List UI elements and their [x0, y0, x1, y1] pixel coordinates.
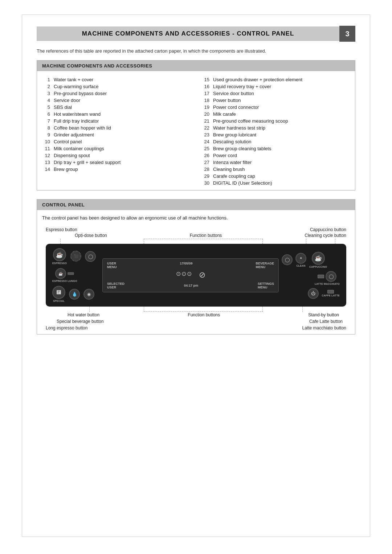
control-panel-diagram: Espresso button Cappuccino button Opti-d… [42, 227, 350, 331]
list-item: 25 Brew group cleaning tablets [201, 145, 350, 152]
cleaning-cycle-button-label: Cleaning cycle button [305, 233, 346, 238]
list-item: 8 Coffee bean hopper with lid [42, 124, 191, 131]
list-item: 30 DIGITAL ID (User Selection) [201, 180, 350, 186]
espresso-button[interactable]: ☕ ESPRESSO [52, 248, 67, 264]
beverage-menu-label: BEVERAGEMENU [256, 262, 274, 269]
espresso-row: ☕ ESPRESSO ⬛️ ◯ [52, 248, 99, 264]
list-item: 1 Water tank + cover [42, 76, 191, 83]
list-item: 14 Brew group [42, 166, 191, 173]
list-item: 3 Pre-ground bypass doser [42, 90, 191, 97]
hot-water-icon: 💧 [69, 289, 80, 300]
list-item: 20 Milk carafe [201, 111, 350, 118]
components-content: 1 Water tank + cover 2 Cup-warming surfa… [37, 71, 355, 190]
components-grid: 1 Water tank + cover 2 Cup-warming surfa… [42, 76, 350, 186]
cappuccino-button-label: Cappuccino button [310, 227, 346, 232]
standby-icon: ⏻ [308, 288, 319, 299]
page-wrapper: MACHINE COMPONENTS AND ACCESSORIES - CON… [22, 15, 370, 537]
control-panel-heading: CONTROL PANEL [42, 202, 350, 208]
list-item: 11 Milk container couplings [42, 145, 191, 152]
display-top-row: USERMENU 17/05/09 BEVERAGEMENU [107, 262, 274, 269]
components-left-col: 1 Water tank + cover 2 Cup-warming surfa… [42, 76, 191, 186]
annotation-lines-bottom [46, 307, 346, 312]
standby-ann-line [302, 307, 303, 312]
function-buttons-dashed-bottom [144, 307, 263, 312]
control-panel-header: CONTROL PANEL [37, 200, 355, 210]
machine-panel: ☕ ESPRESSO ⬛️ ◯ [46, 244, 346, 307]
annotation-mid-row: Opti-dose button Function buttons Cleani… [46, 233, 346, 238]
latte-macchiato-ann: Latte macchiato button [302, 325, 346, 331]
unknown-button-2[interactable]: ◉ [83, 289, 94, 300]
display-bottom-row: SELECTEDUSER 04:17 pm SETTINGSMENU [107, 282, 274, 289]
hot-water-ann: Hot water button [46, 312, 99, 317]
list-item: 29 Carafe coupling cap [201, 173, 350, 180]
list-item: 17 Service door button [201, 90, 350, 97]
function-buttons-dashed-top [144, 239, 263, 244]
list-item: 7 Full drip tray indicator [42, 118, 191, 124]
special-button[interactable]: 🅿 SPECIAL [52, 286, 65, 302]
latte-macchiato-indicator [318, 275, 324, 278]
espresso-lungo-row: ☕ ESPRESSO LUNGO [52, 268, 99, 282]
latte-macchiato-button[interactable]: ◯ LATTE MACCHIATO [315, 271, 340, 285]
list-item: 15 Used grounds drawer + protection elem… [201, 76, 350, 83]
espresso-lungo-icon: ☕ [55, 268, 66, 279]
unknown-right-button[interactable]: ◯ [282, 254, 293, 265]
unknown-button-1[interactable]: ◯ [85, 251, 96, 262]
list-item: 26 Power cord [201, 152, 350, 159]
list-item: 24 Descaling solution [201, 138, 350, 145]
caffe-latte-indicator [327, 290, 334, 294]
latte-macchiato-icon: ◯ [326, 271, 336, 282]
annotation-bottom-row-2: Special beverage button Cafe Latte butto… [46, 319, 346, 324]
list-item: 4 Service door [42, 97, 191, 104]
page-header: MACHINE COMPONENTS AND ACCESSORIES - CON… [37, 26, 355, 42]
settings-menu-label: SETTINGSMENU [258, 282, 274, 289]
espresso-icon: ☕ [53, 248, 66, 261]
control-panel-intro: The control panel has been designed to a… [42, 215, 350, 221]
special-icon: 🅿 [52, 286, 65, 299]
list-item: 9 Grinder adjustment [42, 131, 191, 138]
opti-dose-button[interactable]: ⬛️ [70, 251, 81, 262]
function-buttons-top-label: Function buttons [107, 233, 305, 238]
standby-ann: Stand-by button [308, 312, 346, 317]
list-item: 5 SBS dial [42, 104, 191, 111]
control-panel-section: CONTROL PANEL The control panel has been… [37, 199, 355, 335]
intro-text: The references of this table are reporte… [37, 48, 355, 54]
display-icons: ⊙⊙⊙ ⊘ [107, 270, 274, 280]
function-buttons-bottom-ann: Function buttons [188, 312, 220, 317]
cappuccino-icon: ☕ [312, 252, 325, 265]
opti-dose-button-label: Opti-dose button [75, 233, 107, 238]
lungo-indicator [68, 272, 74, 275]
list-item: 2 Cup-warming surface [42, 83, 191, 90]
list-item: 18 Power button [201, 97, 350, 104]
cappuccino-ann-line [335, 239, 335, 244]
display-icon-slash: ⊘ [199, 270, 205, 280]
special-beverage-ann: Special beverage button [46, 319, 103, 324]
components-right-col: 15 Used grounds drawer + protection elem… [201, 76, 350, 186]
espresso-button-label: Espresso button [46, 227, 77, 232]
espresso-lungo-button[interactable]: ☕ ESPRESSO LUNGO [52, 268, 77, 282]
clean-icon: ✦ [295, 253, 306, 264]
left-buttons-col: ☕ ESPRESSO ⬛️ ◯ [52, 248, 99, 302]
list-item: 28 Cleaning brush [201, 166, 350, 173]
hot-water-button[interactable]: 💧 [69, 289, 80, 300]
standby-button[interactable]: ⏻ [308, 288, 319, 299]
latte-macchiato-row: ◯ LATTE MACCHIATO [282, 271, 340, 285]
annotation-lines-top [46, 239, 346, 244]
caffe-latte-row: ⏻ CAFFE LATTE [282, 288, 340, 299]
special-row: 🅿 SPECIAL 💧 ◉ [52, 286, 99, 302]
control-panel-content: The control panel has been designed to a… [37, 210, 355, 334]
unknown-icon-1: ◯ [85, 251, 96, 262]
cafe-latte-ann: Cafe Latte button [309, 319, 346, 324]
cappuccino-button[interactable]: ☕ CAPPUCCINO [309, 252, 327, 268]
header-title-box: MACHINE COMPONENTS AND ACCESSORIES - CON… [37, 26, 339, 41]
caffe-latte-button[interactable]: CAFFE LATTE [322, 290, 340, 297]
right-buttons-col: ◯ ✦ CLEAN ☕ CAPPUCCINO [282, 252, 340, 299]
display-date: 17/05/09 [180, 262, 192, 269]
components-section-header: MACHINE COMPONENTS AND ACCESSORIES [37, 61, 355, 71]
components-section: MACHINE COMPONENTS AND ACCESSORIES 1 Wat… [37, 60, 355, 190]
long-espresso-ann: Long espresso button [46, 325, 87, 331]
list-item: 21 Pre-ground coffee measuring scoop [201, 118, 350, 124]
page-number: 3 [339, 26, 355, 42]
clean-button[interactable]: ✦ CLEAN [295, 253, 306, 267]
unknown-right-icon: ◯ [282, 254, 293, 265]
list-item: 19 Power cord connector [201, 104, 350, 111]
